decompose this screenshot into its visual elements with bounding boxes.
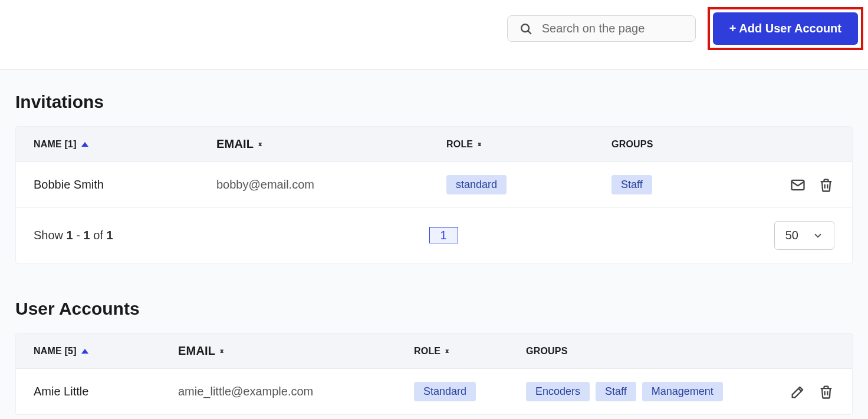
group-pill: Encoders bbox=[526, 382, 590, 401]
chevron-down-icon bbox=[813, 230, 823, 241]
sort-asc-icon bbox=[81, 142, 88, 147]
page-size-select[interactable]: 50 bbox=[774, 221, 834, 250]
pagination-summary: Show 1 - 1 of 1 bbox=[34, 229, 113, 242]
invitations-table-header: NAME [1] EMAIL ▲▼ ROLE ▲▼ GROUPS bbox=[16, 127, 852, 162]
accounts-th-name[interactable]: NAME [5] bbox=[34, 346, 178, 357]
invitations-row: Bobbie Smith bobby@email.com standard St… bbox=[16, 162, 852, 208]
accounts-panel: NAME [5] EMAIL ▲▼ ROLE ▲▼ GROUPS Amie Li… bbox=[15, 333, 853, 415]
invitations-th-email[interactable]: EMAIL ▲▼ bbox=[216, 137, 446, 151]
invitations-th-name[interactable]: NAME [1] bbox=[34, 139, 216, 150]
invitations-footer: Show 1 - 1 of 1 1 50 bbox=[16, 208, 852, 263]
page-size-value: 50 bbox=[785, 229, 798, 242]
add-user-highlight: + Add User Account bbox=[708, 7, 863, 50]
svg-line-1 bbox=[528, 31, 531, 34]
search-input-wrap[interactable] bbox=[507, 15, 696, 42]
search-icon bbox=[520, 22, 532, 35]
current-page[interactable]: 1 bbox=[429, 227, 458, 243]
role-pill: standard bbox=[446, 175, 507, 194]
invitations-th-role[interactable]: ROLE ▲▼ bbox=[446, 139, 611, 150]
th-email-label: EMAIL bbox=[216, 137, 254, 151]
add-user-button[interactable]: + Add User Account bbox=[713, 12, 858, 45]
account-name: Amie Little bbox=[34, 385, 178, 398]
accounts-title: User Accounts bbox=[15, 299, 853, 319]
invitations-title: Invitations bbox=[15, 92, 853, 112]
th-role-label: ROLE bbox=[446, 139, 473, 150]
accounts-th-role[interactable]: ROLE ▲▼ bbox=[414, 346, 526, 357]
edit-icon[interactable] bbox=[790, 384, 806, 400]
role-pill: Standard bbox=[414, 382, 476, 401]
group-pill: Staff bbox=[611, 175, 652, 194]
accounts-th-email[interactable]: EMAIL ▲▼ bbox=[178, 344, 414, 358]
accounts-row: Amie Little amie_little@example.com Stan… bbox=[16, 369, 852, 414]
group-pill: Management bbox=[642, 382, 723, 401]
trash-icon[interactable] bbox=[818, 384, 834, 400]
account-email: amie_little@example.com bbox=[178, 385, 414, 398]
accounts-table-header: NAME [5] EMAIL ▲▼ ROLE ▲▼ GROUPS bbox=[16, 334, 852, 369]
sort-asc-icon bbox=[81, 349, 88, 354]
th-groups-label: GROUPS bbox=[611, 139, 653, 150]
invitation-email: bobby@email.com bbox=[216, 178, 446, 192]
th-name-label: NAME [5] bbox=[34, 346, 77, 357]
accounts-th-groups: GROUPS bbox=[526, 346, 775, 357]
group-pill: Staff bbox=[596, 382, 636, 401]
th-role-label: ROLE bbox=[414, 346, 440, 357]
trash-icon[interactable] bbox=[818, 177, 834, 193]
invitation-name: Bobbie Smith bbox=[34, 178, 216, 192]
th-email-label: EMAIL bbox=[178, 344, 215, 358]
mail-icon[interactable] bbox=[790, 177, 806, 193]
invitations-th-groups: GROUPS bbox=[611, 139, 775, 150]
invitations-panel: NAME [1] EMAIL ▲▼ ROLE ▲▼ GROUPS Bobbie … bbox=[15, 126, 853, 263]
search-input[interactable] bbox=[542, 22, 683, 35]
th-name-label: NAME [1] bbox=[34, 139, 77, 150]
th-groups-label: GROUPS bbox=[526, 346, 568, 357]
